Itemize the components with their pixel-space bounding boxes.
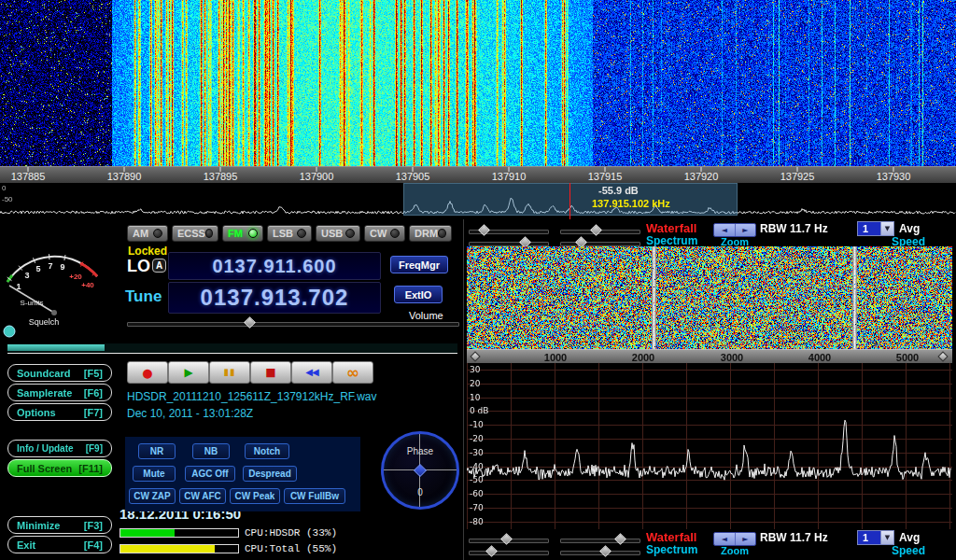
mode-button-usb[interactable]: USB: [316, 225, 360, 242]
minimize-button[interactable]: Minimize[F3]: [7, 516, 112, 534]
mode-button-am[interactable]: AM: [127, 225, 168, 242]
samplerate-button[interactable]: Samplerate[F6]: [7, 384, 112, 401]
pause-button[interactable]: ▮▮: [209, 361, 250, 384]
squelch-knob[interactable]: [4, 326, 15, 337]
db-axis-label: 30: [470, 365, 480, 374]
audio-tick-label: 3000: [721, 352, 743, 363]
audio-tick-label: 4000: [808, 352, 831, 363]
mode-button-drm[interactable]: DRM: [409, 225, 452, 242]
lo-label: LO: [127, 257, 150, 276]
mode-led: [248, 229, 258, 238]
phase-indicator[interactable]: Phase 0: [381, 431, 459, 510]
button-key: [F9]: [86, 443, 103, 454]
af-spectrum-ref-slider[interactable]: [469, 546, 549, 557]
mode-label: LSB: [273, 228, 293, 239]
cw-zap-button[interactable]: CW ZAP: [129, 488, 176, 504]
af-spectrum-label[interactable]: Spectrum: [646, 543, 697, 556]
mode-button-fm[interactable]: FM: [222, 225, 263, 242]
db-axis-label: 20: [470, 379, 480, 388]
af-spectrum-range-slider[interactable]: [560, 546, 640, 557]
cw-fullbw-button[interactable]: CW FullBw: [284, 488, 345, 504]
loop-button[interactable]: ∞: [332, 361, 373, 384]
notch-button[interactable]: Notch: [245, 443, 289, 459]
audio-waterfall-display[interactable]: [467, 246, 952, 349]
play-button[interactable]: ▶: [168, 361, 209, 384]
button-key: [F6]: [84, 387, 103, 399]
button-label: Options: [17, 407, 56, 418]
audio-frequency-scale[interactable]: 1000 2000 3000 4000 5000: [467, 349, 952, 363]
hdsdr-window: 137885 137890 137895 137900 137905 13791…: [0, 0, 956, 560]
zoom-in-button[interactable]: ►: [735, 224, 756, 236]
audio-spectrum-display[interactable]: [467, 363, 952, 529]
af-waterfall-contrast-slider[interactable]: [560, 534, 640, 545]
tune-frequency-display[interactable]: 0137.913.702: [168, 282, 381, 314]
soundcard-button[interactable]: Soundcard[F5]: [7, 364, 112, 382]
rf-waterfall-brightness-slider[interactable]: [469, 225, 549, 236]
af-speed-label: Speed: [892, 544, 925, 557]
selection-band[interactable]: [403, 183, 738, 216]
af-speed-select[interactable]: 1 ▼: [857, 530, 894, 545]
volume-slider[interactable]: [127, 317, 459, 329]
db-readout: -55.9 dB: [598, 185, 639, 196]
mode-label: AM: [133, 228, 148, 239]
af-waterfall-label[interactable]: Waterfall: [646, 530, 696, 544]
freqmgr-button[interactable]: FreqMgr: [390, 256, 448, 273]
rf-speed-select[interactable]: 1 ▼: [857, 221, 894, 236]
cw-afc-button[interactable]: CW AFC: [179, 488, 226, 504]
db-axis-label: -30: [470, 448, 484, 457]
mute-button[interactable]: Mute: [133, 466, 176, 482]
mode-led: [205, 229, 213, 238]
cw-peak-button[interactable]: CW Peak: [230, 488, 280, 504]
scale-handle[interactable]: [470, 351, 480, 361]
dropdown-arrow-icon[interactable]: ▼: [880, 222, 893, 235]
wav-filename: HDSDR_20111210_125611Z_137912kHz_RF.wav: [127, 390, 377, 403]
mode-button-lsb[interactable]: LSB: [267, 225, 312, 242]
agc-off-button[interactable]: AGC Off: [185, 466, 235, 482]
rf-zoom-spinner[interactable]: ◄ ►: [713, 223, 756, 237]
rewind-icon: ◀◀: [305, 368, 317, 377]
despread-button[interactable]: Despread: [243, 466, 297, 482]
scale-handle[interactable]: [937, 351, 948, 361]
info-update-button[interactable]: Info / Update[F9]: [7, 440, 112, 457]
lo-lock-badge[interactable]: A: [152, 259, 166, 273]
rf-waterfall-contrast-slider[interactable]: [560, 225, 640, 236]
dsp-panel: NR NB Notch Mute AGC Off Despread CW ZAP…: [125, 437, 360, 511]
fullscreen-button[interactable]: Full Screen[F11]: [7, 459, 112, 477]
extio-button[interactable]: ExtIO: [394, 286, 443, 303]
af-waterfall-brightness-slider[interactable]: [469, 534, 549, 545]
freq-tick-label: 137890: [107, 171, 142, 182]
button-label: Samplerate: [17, 387, 72, 399]
s-units-label: S-units: [21, 299, 44, 307]
zoom-out-button[interactable]: ◄: [714, 224, 735, 236]
record-button[interactable]: ●: [127, 361, 168, 384]
zoom-out-button[interactable]: ◄: [714, 533, 735, 545]
rf-spectrum-label[interactable]: Spectrum: [646, 234, 697, 247]
rewind-button[interactable]: ◀◀: [291, 361, 332, 384]
cpu-total-label: CPU:Total (55%): [245, 543, 337, 554]
options-button[interactable]: Options[F7]: [7, 403, 112, 421]
freq-tick-label: 137920: [684, 171, 719, 182]
mode-button-cw[interactable]: CW: [364, 225, 405, 242]
audio-tick-label: 1000: [544, 352, 567, 363]
rf-spectrum-strip[interactable]: -55.9 dB 137.915.102 kHz 0 -50: [0, 183, 956, 219]
dropdown-arrow-icon[interactable]: ▼: [880, 531, 893, 544]
rf-waterfall-label[interactable]: Waterfall: [646, 221, 696, 235]
signal-level-meter[interactable]: [7, 343, 457, 354]
rf-frequency-scale[interactable]: 137885 137890 137895 137900 137905 13791…: [0, 166, 956, 185]
zoom-in-button[interactable]: ►: [735, 533, 756, 545]
nr-button[interactable]: NR: [138, 443, 176, 459]
tune-frequency-value: 0137.913.702: [201, 285, 349, 311]
nb-button[interactable]: NB: [192, 443, 230, 459]
stop-button[interactable]: ■: [250, 361, 291, 384]
exit-button[interactable]: Exit[F4]: [7, 536, 112, 553]
rf-waterfall-display[interactable]: [0, 0, 956, 166]
button-label: Full Screen: [17, 463, 72, 474]
mode-led: [438, 229, 446, 238]
cpu-hdsdr-bar: [120, 528, 239, 538]
af-zoom-spinner[interactable]: ◄ ►: [713, 532, 756, 546]
db-axis-label: -10: [470, 420, 484, 429]
lo-frequency-display[interactable]: 0137.911.600: [168, 252, 381, 280]
mode-button-ecss[interactable]: ECSS: [172, 225, 218, 242]
tune-label: Tune: [125, 287, 162, 306]
select-value: 1: [858, 222, 880, 235]
